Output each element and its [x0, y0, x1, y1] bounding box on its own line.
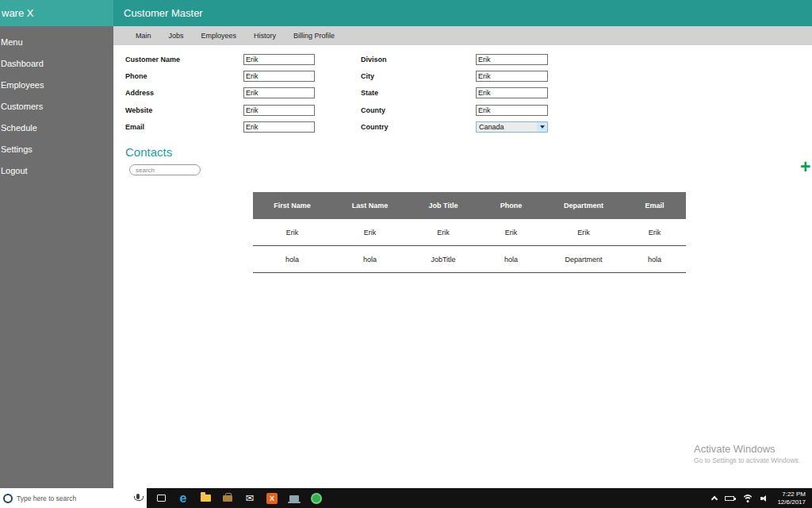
- table-cell: Erik: [253, 229, 331, 237]
- dropdown-arrow-icon: [537, 122, 547, 132]
- table-cell: Erik: [544, 229, 623, 237]
- contacts-table: First Name Last Name Job Title Phone Dep…: [253, 192, 686, 273]
- speaker-icon[interactable]: [760, 495, 769, 502]
- edge-browser-button[interactable]: e: [172, 488, 194, 508]
- table-cell: Department: [544, 256, 623, 264]
- wifi-icon[interactable]: [742, 495, 753, 502]
- page-header: Customer Master: [113, 0, 812, 26]
- main-content: Customer Master Main Jobs Employees Hist…: [113, 0, 812, 488]
- mail-button[interactable]: ✉: [239, 488, 261, 508]
- task-view-icon: [157, 495, 166, 502]
- app-brand: ware X: [0, 0, 113, 26]
- state-label: State: [361, 87, 378, 98]
- task-view-button[interactable]: [150, 488, 172, 508]
- contact-search-input[interactable]: [129, 164, 201, 175]
- table-header-row: First Name Last Name Job Title Phone Dep…: [253, 192, 686, 219]
- table-cell: Erik: [623, 229, 686, 237]
- division-input[interactable]: [476, 54, 548, 65]
- store-button[interactable]: [216, 488, 239, 508]
- page-title: Customer Master: [124, 7, 203, 19]
- sidebar-nav: Menu Dashboard Employees Customers Sched…: [0, 26, 113, 182]
- sidebar: ware X Menu Dashboard Employees Customer…: [0, 0, 113, 488]
- hidden-icons-chevron-icon[interactable]: [711, 496, 718, 502]
- county-label: County: [361, 105, 385, 116]
- table-cell: Erik: [478, 229, 544, 237]
- table-cell: Erik: [408, 229, 478, 237]
- file-explorer-button[interactable]: [194, 488, 216, 508]
- battery-icon[interactable]: [725, 496, 734, 501]
- green-app-button[interactable]: [305, 488, 327, 508]
- tab-billing-profile[interactable]: Billing Profile: [285, 32, 343, 40]
- country-select[interactable]: Canada: [476, 121, 548, 133]
- mail-icon: ✉: [246, 488, 255, 508]
- table-cell: JobTitle: [408, 256, 478, 264]
- table-column-last-name: Last Name: [331, 202, 408, 210]
- table-cell: hola: [623, 256, 686, 264]
- tab-main[interactable]: Main: [127, 32, 160, 40]
- address-input[interactable]: [243, 87, 315, 98]
- address-label: Address: [125, 87, 154, 98]
- table-cell: hola: [331, 256, 408, 264]
- county-input[interactable]: [476, 105, 548, 116]
- watermark-title: Activate Windows: [694, 443, 800, 455]
- microphone-icon[interactable]: [136, 494, 140, 499]
- sidebar-item-menu[interactable]: Menu: [0, 32, 113, 53]
- app-window: ware X Menu Dashboard Employees Customer…: [0, 0, 812, 508]
- folder-icon: [201, 495, 211, 502]
- system-tray: 7:22 PM 12/6/2017: [712, 488, 812, 508]
- customer-name-label: Customer Name: [125, 54, 180, 65]
- email-label: Email: [125, 121, 144, 133]
- taskbar-search[interactable]: [0, 488, 147, 508]
- green-circle-icon: [311, 493, 322, 504]
- taskbar: e ✉ X 7:22 PM 12/6/2017: [0, 488, 812, 508]
- x-app-icon: X: [266, 493, 278, 504]
- activate-windows-watermark: Activate Windows Go to Settings to activ…: [694, 443, 800, 464]
- city-label: City: [361, 71, 374, 82]
- email-input[interactable]: [243, 121, 315, 133]
- table-cell: hola: [478, 256, 544, 264]
- division-label: Divison: [361, 54, 387, 65]
- orange-app-button[interactable]: X: [261, 488, 283, 508]
- tab-jobs[interactable]: Jobs: [160, 32, 193, 40]
- table-row[interactable]: Erik Erik Erik Erik Erik Erik: [253, 219, 686, 246]
- sidebar-item-settings[interactable]: Settings: [0, 139, 113, 160]
- clock-time: 7:22 PM: [777, 491, 806, 498]
- sidebar-item-employees[interactable]: Employees: [0, 75, 113, 96]
- table-column-email: Email: [623, 202, 686, 210]
- table-cell: hola: [253, 256, 331, 264]
- edge-icon: e: [180, 488, 187, 508]
- sidebar-item-logout[interactable]: Logout: [0, 160, 113, 182]
- tab-employees[interactable]: Employees: [193, 32, 246, 40]
- city-input[interactable]: [476, 71, 548, 82]
- clock-date: 12/6/2017: [777, 498, 806, 506]
- taskbar-clock[interactable]: 7:22 PM 12/6/2017: [777, 491, 806, 506]
- cortana-icon[interactable]: [3, 494, 13, 503]
- tab-history[interactable]: History: [245, 32, 285, 40]
- table-column-job-title: Job Title: [408, 202, 478, 210]
- table-row[interactable]: hola hola JobTitle hola Department hola: [253, 246, 686, 273]
- table-column-phone: Phone: [478, 202, 544, 210]
- table-cell: Erik: [331, 229, 408, 237]
- tab-bar: Main Jobs Employees History Billing Prof…: [113, 26, 812, 45]
- table-column-department: Department: [544, 202, 623, 210]
- briefcase-icon: [223, 495, 232, 502]
- watermark-subtitle: Go to Settings to activate Windows.: [694, 456, 800, 464]
- website-label: Website: [125, 105, 152, 116]
- country-label: Country: [361, 121, 389, 133]
- taskbar-search-input[interactable]: [17, 495, 112, 502]
- laptop-icon: [289, 495, 299, 502]
- table-column-first-name: First Name: [253, 202, 331, 210]
- taskbar-icons: e ✉ X: [150, 488, 327, 508]
- phone-label: Phone: [125, 71, 147, 82]
- sidebar-item-customers[interactable]: Customers: [0, 96, 113, 117]
- add-contact-button[interactable]: +: [800, 158, 810, 176]
- contacts-heading: Contacts: [125, 145, 172, 159]
- phone-input[interactable]: [243, 71, 315, 82]
- website-input[interactable]: [243, 105, 315, 116]
- monitor-app-button[interactable]: [283, 488, 305, 508]
- sidebar-item-dashboard[interactable]: Dashboard: [0, 53, 113, 75]
- sidebar-item-schedule[interactable]: Schedule: [0, 117, 113, 139]
- country-selected-value: Canada: [477, 123, 537, 131]
- customer-name-input[interactable]: [243, 54, 315, 65]
- state-input[interactable]: [476, 87, 548, 98]
